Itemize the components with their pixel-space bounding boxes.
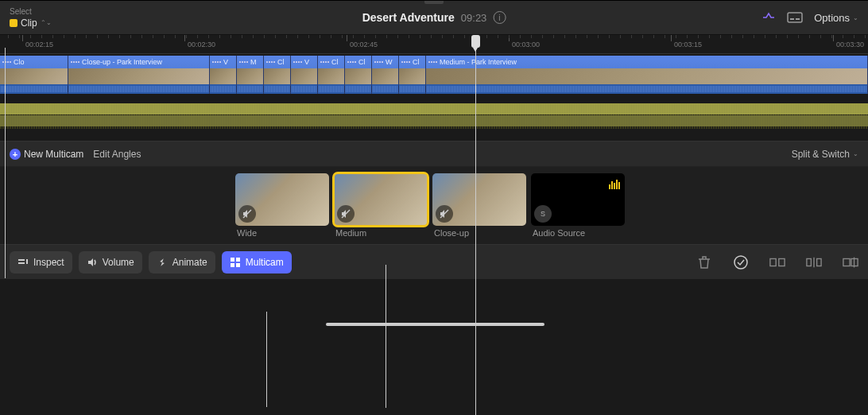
select-value: Clip xyxy=(21,17,37,29)
ruler-tick: 00:02:45 xyxy=(347,35,378,53)
scroll-indicator[interactable] xyxy=(326,323,544,326)
timeline[interactable]: CloClose-up - Park InterviewVMClVClClWCl… xyxy=(0,54,868,142)
drag-handle[interactable] xyxy=(424,1,444,4)
angle-label: Medium xyxy=(334,228,428,238)
inspect-button[interactable]: Inspect xyxy=(10,251,72,273)
ruler-tick: 00:03:00 xyxy=(509,35,540,53)
checkmark-circle-icon[interactable] xyxy=(733,254,749,270)
select-label: Select xyxy=(10,7,52,16)
project-duration: 09:23 xyxy=(461,12,487,24)
split-switch-menu[interactable]: Split & Switch ⌄ xyxy=(792,149,858,160)
svg-rect-19 xyxy=(843,258,850,266)
audio-meter-icon xyxy=(609,178,620,189)
svg-rect-7 xyxy=(18,262,25,264)
animate-button[interactable]: Animate xyxy=(149,251,215,273)
plus-icon: + xyxy=(10,149,21,160)
mute-icon[interactable] xyxy=(436,205,453,223)
edit-angles-button[interactable]: Edit Angles xyxy=(93,149,141,160)
playhead[interactable] xyxy=(475,35,476,415)
chevron-down-icon: ⌄ xyxy=(853,14,858,21)
ruler-tick: 00:02:30 xyxy=(184,35,215,53)
chevron-down-icon: ⌄ xyxy=(853,150,858,157)
callout-line xyxy=(266,312,267,407)
timeline-clip[interactable]: Close-up - Park Interview xyxy=(68,56,210,94)
video-track[interactable]: CloClose-up - Park InterviewVMClVClClWCl… xyxy=(0,56,868,94)
callout-line xyxy=(386,265,386,408)
timeline-clip[interactable]: Cl xyxy=(318,56,345,94)
svg-rect-12 xyxy=(236,263,240,267)
svg-rect-14 xyxy=(770,258,776,266)
svg-rect-8 xyxy=(26,259,28,264)
mute-icon[interactable] xyxy=(238,205,256,223)
chevron-down-icon: ⌃⌄ xyxy=(41,19,52,26)
svg-rect-9 xyxy=(231,258,234,262)
multicam-bar: + New Multicam Edit Angles Split & Switc… xyxy=(0,142,868,167)
ruler-tick: 00:03:30 xyxy=(833,35,864,53)
timeline-clip[interactable]: M xyxy=(237,56,264,94)
select-menu[interactable]: Select Clip ⌃⌄ xyxy=(10,7,52,29)
svg-rect-16 xyxy=(807,258,811,266)
snapping-icon[interactable] xyxy=(761,12,776,23)
options-menu[interactable]: Options ⌄ xyxy=(814,12,858,24)
bottom-toolbar: Inspect Volume Animate Multicam xyxy=(0,244,868,279)
svg-rect-17 xyxy=(817,258,821,266)
clip-icon xyxy=(10,19,17,27)
volume-button[interactable]: Volume xyxy=(79,251,142,273)
svg-rect-2 xyxy=(796,18,800,20)
insert-clip-icon[interactable] xyxy=(806,254,822,270)
svg-rect-10 xyxy=(236,258,240,262)
overwrite-clip-icon[interactable] xyxy=(843,254,858,270)
angles-row: WideMediumClose-upSAudio Source xyxy=(0,167,868,244)
project-title-group: Desert Adventure 09:23 i xyxy=(362,11,506,24)
header-bar: Select Clip ⌃⌄ Desert Adventure 09:23 i … xyxy=(0,0,868,35)
angle-label: Wide xyxy=(235,228,329,238)
angle-medium[interactable]: Medium xyxy=(334,173,428,238)
solo-icon[interactable]: S xyxy=(534,205,552,223)
angle-label: Audio Source xyxy=(531,228,625,238)
svg-rect-11 xyxy=(231,263,234,267)
captions-icon[interactable] xyxy=(787,11,803,24)
svg-rect-1 xyxy=(790,18,794,20)
svg-rect-0 xyxy=(788,13,802,22)
svg-rect-15 xyxy=(779,258,785,266)
timeline-clip[interactable]: W xyxy=(372,56,399,94)
new-multicam-button[interactable]: + New Multicam xyxy=(10,149,83,160)
timeline-ruler[interactable]: 00:02:1500:02:3000:02:4500:03:0000:03:15… xyxy=(0,35,868,54)
angle-label: Close-up xyxy=(432,228,526,238)
timeline-clip[interactable]: Clo xyxy=(0,56,68,94)
svg-point-13 xyxy=(734,256,747,269)
callout-line xyxy=(5,48,6,278)
timeline-clip[interactable]: Cl xyxy=(345,56,372,94)
ruler-tick: 00:02:15 xyxy=(22,35,53,53)
audio-track[interactable] xyxy=(0,103,868,129)
angle-close-up[interactable]: Close-up xyxy=(432,173,526,238)
svg-rect-6 xyxy=(18,259,25,261)
mute-icon[interactable] xyxy=(337,205,355,223)
project-title: Desert Adventure xyxy=(362,11,455,24)
timeline-clip[interactable]: Medium - Park Interview xyxy=(426,56,868,94)
timeline-clip[interactable]: Cl xyxy=(264,56,291,94)
playhead-head[interactable] xyxy=(471,35,480,48)
multicam-button[interactable]: Multicam xyxy=(222,251,292,273)
timeline-clip[interactable]: V xyxy=(210,56,237,94)
timeline-clip[interactable]: V xyxy=(291,56,318,94)
trash-icon[interactable] xyxy=(696,254,712,270)
angle-wide[interactable]: Wide xyxy=(235,173,329,238)
split-clip-icon[interactable] xyxy=(769,254,785,270)
angle-audio-source[interactable]: SAudio Source xyxy=(531,173,625,238)
timeline-clip[interactable]: Cl xyxy=(399,56,426,94)
info-icon[interactable]: i xyxy=(493,11,506,24)
